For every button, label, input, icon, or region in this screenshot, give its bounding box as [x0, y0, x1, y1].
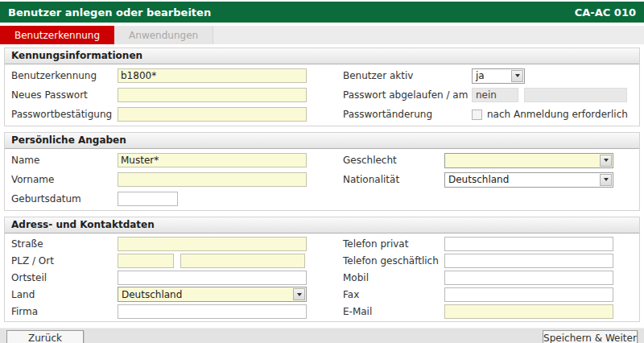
name-row: Name: [11, 151, 343, 170]
passwortbestaetigung-row: Passwortbestätigung: [11, 105, 343, 124]
zurueck-button[interactable]: Zurück: [6, 330, 84, 343]
strasse-row: Straße: [11, 235, 343, 252]
page: { "window": { "title": "Benutzer anlegen…: [0, 0, 644, 343]
strasse-label: Straße: [11, 238, 118, 250]
chevron-down-icon: [604, 159, 609, 162]
benutzer-aktiv-row: Benutzer aktiv ja: [343, 66, 633, 85]
speichern-weiter-button[interactable]: Speichern & Weiter: [543, 330, 638, 343]
mobil-row: Mobil: [343, 269, 633, 286]
neues-passwort-label: Neues Passwort: [11, 89, 118, 101]
screen-code: CA-AC 010: [575, 6, 636, 19]
section-title-adress-kontaktdaten: Adress- und Kontaktdaten: [5, 217, 639, 233]
ort-input[interactable]: [180, 254, 305, 268]
geschlecht-value: [445, 154, 599, 167]
chevron-down-icon: [297, 293, 302, 296]
plz-input[interactable]: [118, 254, 174, 268]
benutzerkennung-input[interactable]: [118, 68, 307, 83]
telefon-privat-input[interactable]: [444, 237, 613, 251]
tab-bar: Benutzerkennung Anwendungen: [0, 26, 644, 44]
adress-left-column: Straße PLZ / Ort Ortsteil Land Deutschla…: [11, 235, 343, 320]
ortsteil-input[interactable]: [118, 271, 307, 285]
passwort-abgelaufen-value: nein: [472, 88, 518, 102]
fax-input[interactable]: [444, 287, 613, 302]
geburtsdatum-label: Geburtsdatum: [11, 193, 118, 205]
dropdown-button[interactable]: [293, 288, 305, 300]
neues-passwort-input[interactable]: [118, 88, 307, 102]
mobil-input[interactable]: [444, 271, 613, 285]
nationalitaet-row: Nationalität Deutschland: [343, 170, 633, 189]
vorname-input[interactable]: [118, 172, 307, 187]
email-label: E-Mail: [343, 306, 444, 317]
persoenlich-left-column: Name Vorname Geburtsdatum: [11, 151, 343, 209]
persoenlich-right-column: Geschlecht Nationalität Deutschland: [343, 151, 633, 209]
dropdown-button[interactable]: [511, 70, 523, 82]
benutzer-aktiv-value: ja: [473, 69, 510, 83]
vorname-label: Vorname: [11, 174, 118, 185]
tab-benutzerkennung[interactable]: Benutzerkennung: [0, 26, 114, 44]
nationalitaet-value: Deutschland: [445, 173, 599, 187]
geschlecht-row: Geschlecht: [343, 151, 633, 170]
passwortbestaetigung-label: Passwortbestätigung: [11, 109, 118, 120]
email-input[interactable]: [444, 304, 613, 319]
geburtsdatum-row: Geburtsdatum: [11, 189, 343, 209]
chevron-down-icon: [604, 178, 609, 181]
benutzerkennung-row: Benutzerkennung: [11, 66, 343, 85]
plz-ort-row: PLZ / Ort: [11, 252, 343, 269]
adress-right-column: Telefon privat Telefon geschäftlich Mobi…: [343, 235, 633, 320]
dropdown-button[interactable]: [600, 155, 612, 167]
window-titlebar: Benutzer anlegen oder bearbeiten CA-AC 0…: [0, 2, 644, 23]
ortsteil-label: Ortsteil: [11, 272, 118, 283]
vorname-row: Vorname: [11, 170, 343, 189]
benutzer-aktiv-label: Benutzer aktiv: [343, 70, 472, 81]
passwortaenderung-label: Passwortänderung: [343, 109, 472, 120]
geburtsdatum-input[interactable]: [118, 192, 178, 206]
spacer-row: [343, 189, 633, 209]
firma-row: Firma: [11, 303, 343, 320]
section-body-persoenliche-angaben: Name Vorname Geburtsdatum Geschlecht: [5, 149, 639, 210]
email-row: E-Mail: [343, 303, 633, 320]
form-area: Kennungsinformationen Benutzerkennung Ne…: [0, 44, 644, 322]
tab-anwendungen[interactable]: Anwendungen: [114, 26, 213, 44]
nationalitaet-select[interactable]: Deutschland: [444, 172, 613, 188]
passwortaenderung-checkbox-label: nach Anmeldung erforderlich: [487, 109, 628, 120]
plz-ort-label: PLZ / Ort: [11, 255, 118, 267]
geschlecht-select[interactable]: [444, 153, 613, 168]
section-body-kennungsinformationen: Benutzerkennung Neues Passwort Passwortb…: [5, 64, 639, 126]
chevron-down-icon: [515, 74, 520, 77]
passwort-abgelaufen-row: Passwort abgelaufen / am nein: [343, 85, 633, 105]
passwortaenderung-row: Passwortänderung nach Anmeldung erforder…: [343, 105, 633, 124]
section-body-adress-kontaktdaten: Straße PLZ / Ort Ortsteil Land Deutschla…: [5, 233, 639, 321]
dropdown-button[interactable]: [600, 174, 612, 186]
geschlecht-label: Geschlecht: [343, 155, 444, 166]
benutzer-aktiv-select[interactable]: ja: [472, 68, 525, 84]
firma-input[interactable]: [118, 304, 307, 319]
passwort-abgelaufen-label: Passwort abgelaufen / am: [343, 89, 472, 101]
section-kennungsinformationen: Kennungsinformationen Benutzerkennung Ne…: [4, 48, 640, 126]
land-row: Land Deutschland: [11, 286, 343, 303]
kennung-left-column: Benutzerkennung Neues Passwort Passwortb…: [11, 66, 343, 124]
mobil-label: Mobil: [343, 272, 444, 283]
kennung-right-column: Benutzer aktiv ja Passwort abgelaufen / …: [343, 66, 633, 124]
section-title-persoenliche-angaben: Persönliche Angaben: [5, 133, 639, 149]
nationalitaet-label: Nationalität: [343, 174, 444, 185]
strasse-input[interactable]: [118, 237, 307, 251]
fax-row: Fax: [343, 286, 633, 303]
name-label: Name: [11, 155, 118, 166]
passwortbestaetigung-input[interactable]: [118, 107, 307, 122]
passwortaenderung-checkbox[interactable]: [472, 110, 482, 120]
ortsteil-row: Ortsteil: [11, 269, 343, 286]
section-adress-kontaktdaten: Adress- und Kontaktdaten Straße PLZ / Or…: [4, 217, 640, 322]
telefon-privat-label: Telefon privat: [343, 238, 444, 250]
fax-label: Fax: [343, 289, 444, 300]
telefon-geschaeftlich-label: Telefon geschäftlich: [343, 255, 444, 267]
passwort-abgelaufen-datum: [524, 88, 627, 102]
neues-passwort-row: Neues Passwort: [11, 85, 343, 105]
section-persoenliche-angaben: Persönliche Angaben Name Vorname Geburts…: [4, 132, 640, 211]
telefon-geschaeftlich-input[interactable]: [444, 254, 613, 268]
telefon-geschaeftlich-row: Telefon geschäftlich: [343, 252, 633, 269]
firma-label: Firma: [11, 306, 118, 317]
land-select[interactable]: Deutschland: [118, 287, 307, 302]
name-input[interactable]: [118, 153, 307, 167]
land-label: Land: [11, 289, 118, 300]
telefon-privat-row: Telefon privat: [343, 235, 633, 252]
